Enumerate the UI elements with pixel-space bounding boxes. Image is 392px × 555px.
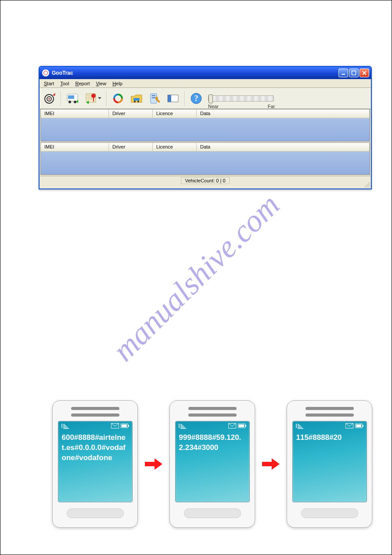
phone-home-button [67,508,124,518]
phone-mockup: 115#8888#20 [287,400,372,528]
phone-mockup: 600#8888#airtelnet.es#0.0.0.0#vodafone#v… [52,400,138,528]
window-title: GooTrac [52,70,338,76]
col-imei[interactable]: IMEI [41,109,109,118]
statusbar: VehicleCount: 0 | 0 [40,176,371,185]
phone-status-bar [293,421,367,430]
signal-icon [61,423,71,429]
map-pin-dropdown[interactable] [83,90,104,107]
menu-tool[interactable]: Tool [58,80,72,87]
toolbar-separator [106,91,107,106]
col-data[interactable]: Data [197,143,370,151]
battery-icon [121,423,129,428]
col-driver[interactable]: Driver [109,143,153,151]
phone-speaker [188,407,237,410]
sms-text: 600#8888#airtelnet.es#0.0.0.0#vodafone#v… [58,430,132,466]
svg-rect-20 [152,95,155,96]
svg-rect-30 [122,424,127,427]
gootrac-window: GooTrac Start Tool Report View Help Star [39,66,372,189]
col-licence[interactable]: Licence [153,143,197,151]
col-data[interactable]: Data [197,109,370,118]
battery-icon [238,423,247,428]
svg-rect-29 [128,425,129,427]
minimize-button[interactable] [338,69,348,77]
svg-rect-37 [363,425,363,427]
svg-rect-1 [352,71,356,75]
grid-body-empty[interactable] [41,152,370,174]
zoom-slider-thumb[interactable] [209,94,213,103]
svg-rect-8 [68,95,74,99]
phones-row: 600#8888#airtelnet.es#0.0.0.0#vodafone#v… [52,400,372,528]
phone-status-bar [58,421,132,430]
resize-grip[interactable] [364,181,370,188]
grid-body-empty[interactable] [41,118,370,141]
zoom-near-label: Near [208,104,219,109]
watermark-text: manualshive.com [105,187,287,369]
svg-rect-34 [239,424,244,427]
grid-area: IMEI Driver Licence Data IMEI Driver Lic… [40,109,371,175]
zoom-slider-track[interactable] [208,95,274,102]
battery-icon [355,423,364,428]
split-pane-icon[interactable] [165,90,182,107]
phone-status-bar [176,421,249,430]
col-imei[interactable]: IMEI [41,143,109,151]
mail-icon [111,423,119,428]
svg-rect-21 [152,97,155,98]
tools-icon[interactable] [147,90,163,107]
phone-mockup: 999#8888#59.120.2.234#3000 [169,400,255,528]
app-icon [42,69,49,76]
arrow-right-icon [144,457,163,471]
menubar: Start Tool Report View Help Start Tool R… [40,79,371,88]
phone-screen: 115#8888#20 [292,421,367,502]
menu-start[interactable]: Start [41,80,57,87]
signal-icon [178,423,188,429]
arrow-right-icon [261,457,281,471]
maximize-button[interactable] [349,69,359,77]
car-folder-icon[interactable] [128,90,145,107]
svg-point-6 [48,98,50,100]
recycle-icon[interactable] [110,90,126,107]
help-icon[interactable]: ? [188,90,205,107]
toolbar: ? Near Far [40,88,371,109]
window-controls [338,69,369,77]
phone-speaker [306,407,354,410]
menu-report[interactable]: Report [72,80,92,87]
svg-rect-33 [245,425,246,427]
phone-speaker [71,407,119,410]
svg-point-10 [74,101,76,103]
status-vehicle-count: VehicleCount: 0 | 0 [181,177,229,184]
col-licence[interactable]: Licence [153,109,197,118]
grid-header: IMEI Driver Licence Data [41,109,370,118]
phone-home-button [301,508,358,518]
vehicle-grid-bottom: IMEI Driver Licence Data [40,142,370,175]
phone-speaker [188,414,237,417]
phone-speaker [71,414,119,417]
target-icon[interactable] [41,90,58,107]
menu-view[interactable]: View [93,80,109,87]
sms-text: 999#8888#59.120.2.234#3000 [176,430,249,456]
bus-map-icon[interactable] [64,90,81,107]
mail-icon [345,423,353,428]
svg-point-18 [137,101,139,102]
svg-rect-14 [93,98,94,102]
phone-home-button [184,508,241,518]
close-button[interactable] [360,69,369,77]
menu-help[interactable]: Help [110,80,125,87]
grid-header: IMEI Driver Licence Data [41,143,370,152]
phone-screen: 600#8888#airtelnet.es#0.0.0.0#vodafone#v… [58,421,133,502]
phone-speaker [306,414,354,417]
svg-rect-16 [133,98,140,101]
zoom-far-label: Far [268,104,275,109]
toolbar-separator [184,91,185,106]
signal-icon [295,423,305,429]
svg-text:?: ? [194,94,198,103]
svg-point-13 [91,94,96,98]
svg-rect-38 [356,424,361,427]
titlebar[interactable]: GooTrac [40,67,371,79]
col-driver[interactable]: Driver [109,109,153,118]
svg-point-17 [134,101,136,102]
chevron-down-icon [98,97,101,99]
document-page: manualshive.com GooTrac Start Tool [0,0,392,555]
mail-icon [228,423,236,428]
svg-point-22 [155,97,158,99]
sms-text: 115#8888#20 [293,430,367,446]
